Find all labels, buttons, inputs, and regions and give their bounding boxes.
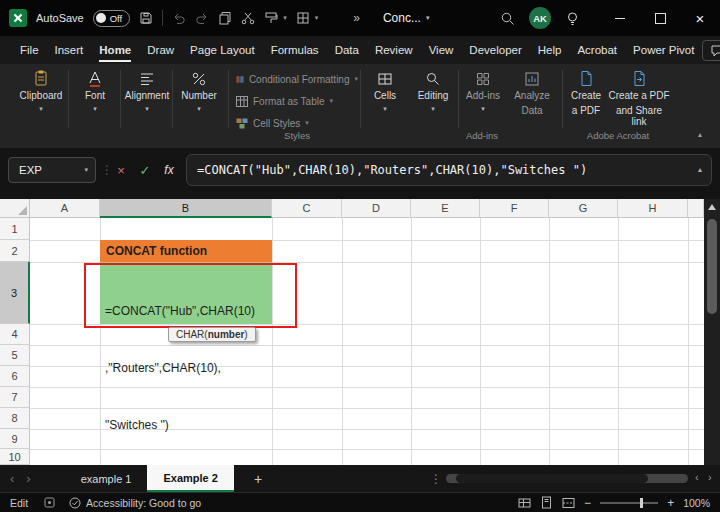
tab-view[interactable]: View (421, 36, 462, 64)
tab-formulas[interactable]: Formulas (263, 36, 327, 64)
collapse-ribbon-icon[interactable]: ▴ (698, 130, 702, 139)
alignment-icon (139, 69, 155, 87)
zoom-out-icon[interactable]: − (584, 496, 591, 510)
chevron-down-icon[interactable]: ▾ (315, 14, 319, 22)
column-header-b[interactable]: B (100, 199, 272, 218)
conditional-formatting-button[interactable]: Conditional Formatting ▾ (236, 70, 358, 88)
create-pdf-button[interactable]: Create a PDF (564, 69, 608, 116)
column-header-d[interactable]: D (342, 199, 411, 218)
close-button[interactable]: × (680, 0, 720, 36)
column-header-partial[interactable] (688, 199, 704, 218)
row-header-1[interactable]: 1 (0, 218, 30, 240)
sheet-nav-right-icon[interactable]: › (26, 471, 30, 486)
minimize-button[interactable] (600, 0, 640, 36)
save-icon[interactable] (139, 11, 153, 25)
idea-lightbulb-icon[interactable] (565, 11, 580, 26)
sheet-tab-example-1[interactable]: example 1 (65, 465, 148, 492)
scroll-right-button[interactable]: › (708, 471, 712, 483)
sheet-tab-example-2[interactable]: Example 2 (147, 465, 233, 492)
tab-insert[interactable]: Insert (47, 36, 92, 64)
tab-file[interactable]: File (12, 36, 47, 64)
search-icon[interactable] (500, 11, 515, 26)
confirm-entry-button[interactable]: ✓ (134, 157, 156, 183)
new-sheet-button[interactable]: + (254, 471, 262, 487)
clipboard-group-button[interactable]: Clipboard ▾ (18, 69, 64, 113)
horizontal-scrollbar[interactable] (446, 474, 688, 483)
tab-page-layout[interactable]: Page Layout (182, 36, 263, 64)
tab-data[interactable]: Data (327, 36, 367, 64)
row-header-5[interactable]: 5 (0, 345, 30, 366)
minimize-icon (615, 18, 625, 19)
page-layout-view-icon[interactable] (540, 496, 553, 509)
analyze-data-button[interactable]: Analyze Data (506, 69, 558, 116)
row-header-10[interactable]: 10 (0, 449, 30, 465)
row-header-7[interactable]: 7 (0, 387, 30, 408)
comments-button[interactable] (702, 40, 720, 61)
tab-acrobat[interactable]: Acrobat (569, 36, 625, 64)
avatar[interactable]: AK (529, 7, 551, 29)
page-break-view-icon[interactable] (562, 497, 575, 509)
tab-developer[interactable]: Developer (461, 36, 529, 64)
create-pdf-share-button[interactable]: Create a PDF and Share link (608, 69, 670, 128)
cut-icon[interactable] (241, 11, 255, 25)
divider (360, 70, 361, 128)
toolbar-overflow-icon[interactable]: » (353, 11, 360, 25)
cell-b3-editing[interactable]: =CONCAT("Hub",CHAR(10) ,"Routers",CHAR(1… (100, 262, 272, 324)
borders-icon[interactable] (296, 11, 310, 25)
macro-record-icon[interactable] (44, 497, 55, 508)
tab-help[interactable]: Help (530, 36, 570, 64)
zoom-in-icon[interactable]: + (667, 496, 674, 510)
add-ins-button[interactable]: Add-ins ▾ (460, 69, 506, 113)
copy-icon[interactable] (218, 11, 232, 25)
document-title[interactable]: Conc... ▾ (383, 11, 430, 25)
row-header-4[interactable]: 4 (0, 324, 30, 345)
format-painter-icon[interactable] (264, 11, 278, 25)
normal-view-icon[interactable] (518, 497, 531, 509)
undo-icon[interactable] (172, 12, 186, 25)
zoom-slider-handle[interactable] (640, 498, 643, 508)
name-box[interactable]: EXP ▾ (8, 157, 96, 183)
insert-function-button[interactable]: fx (158, 157, 180, 183)
sheet-nav-left-icon[interactable]: ‹ (10, 471, 14, 486)
tab-home[interactable]: Home (91, 36, 139, 64)
column-header-g[interactable]: G (549, 199, 618, 218)
row-header-6[interactable]: 6 (0, 366, 30, 387)
editing-group-button[interactable]: Editing ▾ (410, 69, 456, 113)
column-header-c[interactable]: C (272, 199, 342, 218)
formula-bar-expand-icon[interactable]: ▴ (698, 165, 702, 174)
autosave-toggle[interactable]: Off (93, 10, 131, 27)
select-all-button[interactable] (0, 199, 30, 218)
cells-group-button[interactable]: Cells ▾ (362, 69, 408, 113)
row-header-3[interactable]: 3 (0, 262, 30, 324)
column-header-a[interactable]: A (30, 199, 100, 218)
format-as-table-button[interactable]: Format as Table ▾ (236, 92, 358, 110)
scroll-up-button[interactable] (704, 199, 720, 215)
column-header-f[interactable]: F (480, 199, 549, 218)
button-label: Data (521, 105, 542, 117)
cell-b2[interactable]: CONCAT function (100, 240, 272, 262)
tab-draw[interactable]: Draw (139, 36, 182, 64)
alignment-group-button[interactable]: Alignment ▾ (124, 69, 170, 113)
vertical-scrollbar-thumb[interactable] (707, 219, 717, 314)
scroll-left-button[interactable]: ‹ (695, 471, 699, 483)
cancel-entry-button[interactable]: × (110, 157, 132, 183)
font-group-button[interactable]: Font ▾ (72, 69, 118, 113)
maximize-button[interactable] (640, 0, 680, 36)
redo-icon[interactable] (195, 12, 209, 25)
excel-window: AutoSave Off ▾ (0, 0, 720, 512)
number-group-button[interactable]: Number ▾ (176, 69, 222, 113)
formula-input[interactable]: =CONCAT("Hub",CHAR(10),"Routers",CHAR(10… (186, 154, 712, 186)
zoom-slider[interactable] (600, 502, 658, 504)
tab-power-pivot[interactable]: Power Pivot (625, 36, 702, 64)
column-header-e[interactable]: E (411, 199, 480, 218)
row-header-9[interactable]: 9 (0, 429, 30, 449)
chevron-down-icon[interactable]: ▾ (283, 14, 287, 22)
horizontal-scrollbar-thumb[interactable] (456, 474, 648, 483)
row-header-8[interactable]: 8 (0, 408, 30, 429)
tab-review[interactable]: Review (367, 36, 421, 64)
zoom-level[interactable]: 100% (683, 497, 710, 509)
row-header-2[interactable]: 2 (0, 240, 30, 262)
accessibility-status[interactable]: Accessibility: Good to go (69, 497, 201, 509)
vertical-scrollbar[interactable] (704, 199, 720, 465)
column-header-h[interactable]: H (618, 199, 688, 218)
